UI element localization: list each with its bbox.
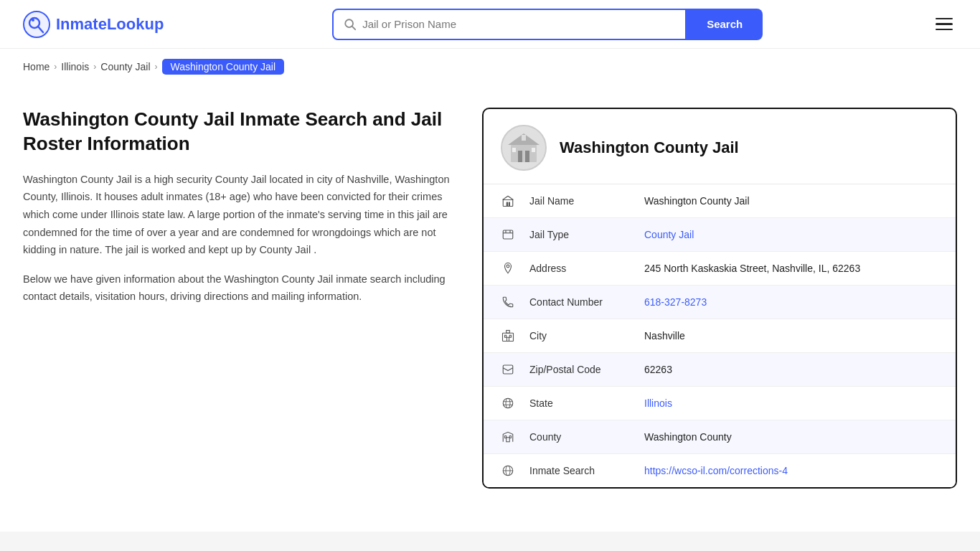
- building-icon: [505, 129, 542, 166]
- city-icon: [484, 319, 521, 352]
- table-row: Contact Number618-327-8273: [484, 286, 956, 319]
- search-input[interactable]: [362, 18, 675, 30]
- info-value[interactable]: 618-327-8273: [636, 286, 956, 318]
- jail-avatar: [501, 125, 547, 171]
- svg-point-20: [507, 265, 509, 268]
- breadcrumb-illinois[interactable]: Illinois: [61, 61, 89, 72]
- table-row: Zip/Postal Code62263: [484, 353, 956, 387]
- svg-rect-26: [503, 365, 513, 374]
- svg-rect-23: [505, 335, 507, 337]
- phone-icon: [484, 286, 521, 319]
- card-title: Washington County Jail: [560, 138, 739, 157]
- svg-rect-8: [518, 151, 522, 162]
- left-panel: Washington County Jail Inmate Search and…: [23, 108, 482, 317]
- zip-icon: [484, 353, 521, 386]
- svg-point-27: [503, 398, 513, 408]
- info-value[interactable]: https://wcso-il.com/corrections-4: [636, 455, 956, 486]
- search-box: [332, 9, 687, 40]
- menu-icon-bar2: [936, 23, 953, 25]
- card-header: Washington County Jail: [484, 109, 956, 184]
- info-value: Nashville: [636, 320, 956, 352]
- table-row: CountyWashington County: [484, 420, 956, 454]
- breadcrumb: Home › Illinois › County Jail › Washingt…: [0, 49, 980, 85]
- svg-rect-24: [509, 335, 511, 337]
- info-label: Jail Name: [521, 185, 636, 217]
- main-content: Washington County Jail Inmate Search and…: [0, 85, 980, 517]
- search-icon: [344, 18, 357, 31]
- info-label: State: [521, 387, 636, 419]
- breadcrumb-sep3: ›: [155, 62, 158, 72]
- search-area: Search: [332, 9, 763, 40]
- state-icon: [484, 387, 521, 420]
- info-value[interactable]: Illinois: [636, 387, 956, 419]
- svg-rect-9: [525, 151, 529, 162]
- info-label: Contact Number: [521, 286, 636, 318]
- info-label: Inmate Search: [521, 455, 636, 486]
- info-card: Washington County Jail Jail NameWashingt…: [482, 108, 957, 489]
- info-value: Washington County Jail: [636, 185, 956, 217]
- breadcrumb-sep2: ›: [93, 62, 96, 72]
- table-row: CityNashville: [484, 319, 956, 353]
- svg-rect-11: [532, 148, 535, 152]
- menu-button[interactable]: [931, 14, 957, 35]
- breadcrumb-current: Washington County Jail: [162, 59, 285, 75]
- logo-icon: [23, 11, 50, 38]
- svg-rect-12: [522, 135, 526, 141]
- search-button[interactable]: Search: [687, 9, 763, 40]
- info-label: County: [521, 421, 636, 453]
- svg-line-5: [352, 26, 356, 29]
- menu-icon-bar1: [936, 18, 953, 20]
- county-icon: [484, 420, 521, 453]
- logo-link[interactable]: InmateLookup: [23, 11, 164, 38]
- breadcrumb-home[interactable]: Home: [23, 61, 50, 72]
- info-link[interactable]: https://wcso-il.com/corrections-4: [644, 465, 788, 476]
- svg-rect-15: [509, 202, 510, 207]
- svg-rect-25: [507, 337, 509, 341]
- logo-text: InmateLookup: [56, 15, 164, 34]
- svg-point-0: [24, 11, 50, 37]
- table-row: Inmate Searchhttps://wcso-il.com/correct…: [484, 454, 956, 487]
- svg-rect-16: [503, 230, 513, 239]
- info-value: 62263: [636, 354, 956, 385]
- info-link[interactable]: Illinois: [644, 397, 672, 409]
- svg-rect-31: [507, 438, 510, 442]
- svg-rect-6: [511, 145, 537, 162]
- info-rows: Jail NameWashington County JailJail Type…: [484, 184, 956, 487]
- table-row: Jail NameWashington County Jail: [484, 184, 956, 218]
- location-icon: [484, 252, 521, 285]
- info-label: Zip/Postal Code: [521, 354, 636, 385]
- breadcrumb-sep1: ›: [54, 62, 57, 72]
- svg-rect-32: [505, 436, 507, 438]
- page-heading: Washington County Jail Inmate Search and…: [23, 108, 453, 156]
- info-value[interactable]: County Jail: [636, 219, 956, 250]
- description-para1: Washington County Jail is a high securit…: [23, 171, 453, 259]
- type-icon: [484, 218, 521, 251]
- svg-rect-10: [512, 148, 516, 152]
- svg-rect-33: [509, 436, 511, 438]
- svg-point-3: [32, 19, 34, 22]
- jail-icon: [484, 184, 521, 217]
- svg-rect-22: [507, 331, 510, 334]
- info-label: Jail Type: [521, 219, 636, 250]
- breadcrumb-county-jail[interactable]: County Jail: [100, 61, 150, 72]
- table-row: Address245 North Kaskaskia Street, Nashv…: [484, 252, 956, 286]
- header: InmateLookup Search: [0, 0, 980, 49]
- info-link[interactable]: 618-327-8273: [644, 296, 707, 308]
- table-row: Jail TypeCounty Jail: [484, 218, 956, 252]
- info-value: 245 North Kaskaskia Street, Nashville, I…: [636, 253, 956, 284]
- info-label: Address: [521, 253, 636, 284]
- info-link[interactable]: County Jail: [644, 229, 694, 240]
- footer-bar: [0, 532, 980, 551]
- info-value: Washington County: [636, 421, 956, 453]
- table-row: StateIllinois: [484, 387, 956, 420]
- svg-point-28: [506, 398, 510, 408]
- description-para2: Below we have given information about th…: [23, 270, 453, 306]
- svg-rect-14: [507, 202, 508, 207]
- menu-icon-bar3: [936, 29, 953, 31]
- inmate-icon: [484, 454, 521, 487]
- info-label: City: [521, 320, 636, 352]
